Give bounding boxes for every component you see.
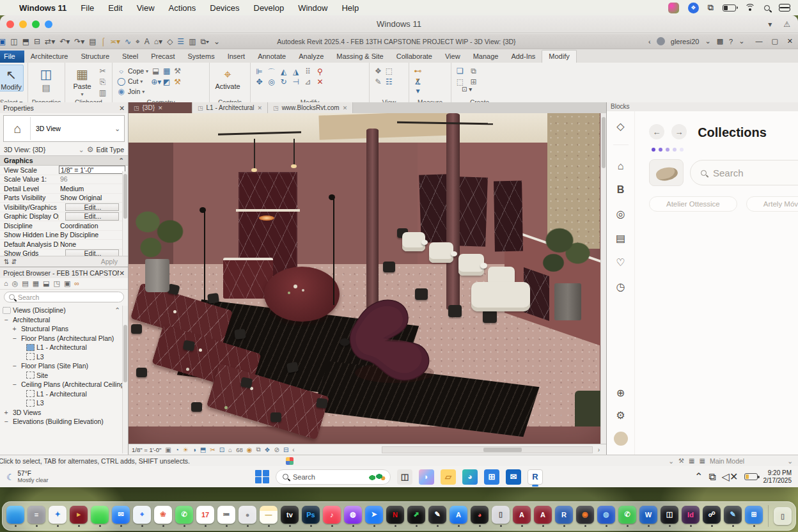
- type-properties-icon[interactable]: ▤: [42, 82, 51, 93]
- tray-battery-icon[interactable]: [744, 473, 758, 480]
- indesign[interactable]: Id: [681, 506, 700, 527]
- photos[interactable]: ❀: [153, 506, 173, 527]
- podcasts[interactable]: ◍: [343, 506, 363, 527]
- scroll-left-icon[interactable]: ‹: [292, 446, 294, 453]
- sun-path-icon[interactable]: ☀: [183, 446, 189, 453]
- vm-alert-icon[interactable]: ⚠: [783, 20, 790, 29]
- pagination-dot[interactable]: [659, 148, 662, 152]
- delete-icon[interactable]: ✕: [315, 77, 325, 87]
- revit-taskbar-icon[interactable]: R: [528, 469, 543, 485]
- taskbar-clock[interactable]: 9:20 PM 2/17/2025: [763, 469, 792, 485]
- revit[interactable]: R: [554, 506, 574, 527]
- control-center-icon[interactable]: [779, 4, 789, 12]
- property-value[interactable]: Edit...: [65, 203, 119, 212]
- properties-scrollbar[interactable]: [122, 171, 128, 256]
- measure-along-icon[interactable]: ∡ ▾: [413, 77, 423, 88]
- mirror-axis-icon[interactable]: ◭: [279, 67, 288, 77]
- paste-button[interactable]: ▦ Paste▾: [69, 65, 95, 97]
- ribbon-tab[interactable]: Architecture: [24, 51, 75, 63]
- pb-family-icon[interactable]: ◳: [53, 279, 59, 288]
- scroll-right-icon[interactable]: ›: [598, 446, 600, 453]
- tray-mute-icon[interactable]: ◁✕: [722, 471, 739, 483]
- modify-tool-button[interactable]: ↖ Modify: [0, 65, 24, 91]
- infuse[interactable]: ▸: [69, 506, 88, 527]
- capcut[interactable]: ◫: [660, 506, 679, 527]
- contacts[interactable]: ●: [238, 506, 257, 527]
- demolish-icon[interactable]: ⚒: [173, 66, 182, 77]
- apple-tv[interactable]: tv: [280, 506, 299, 527]
- ribbon-tab[interactable]: Collaborate: [390, 51, 439, 63]
- move-icon[interactable]: ✥: [254, 77, 264, 87]
- pagination-dot[interactable]: [680, 148, 684, 152]
- vertical-scrollbar[interactable]: [600, 113, 606, 444]
- view-tab-close-icon[interactable]: ✕: [158, 105, 163, 111]
- windows-vm[interactable]: ⊞: [744, 506, 763, 527]
- settings-gear-icon[interactable]: ⚙: [616, 409, 625, 421]
- hide-icon[interactable]: ⬚: [384, 66, 394, 77]
- tree-item[interactable]: Site: [3, 371, 128, 380]
- menubar-menu[interactable]: View: [137, 3, 155, 13]
- properties-button[interactable]: ◫ ▤: [32, 65, 60, 93]
- pencil-app[interactable]: ✎: [428, 506, 447, 527]
- sort-descending-icon[interactable]: ⇵: [12, 258, 17, 265]
- calculator[interactable]: =: [27, 506, 46, 527]
- type-selector[interactable]: ⌂ 3D View ⌄: [3, 115, 125, 142]
- blocks-avatar[interactable]: [614, 432, 628, 446]
- pb-table-icon[interactable]: ▦: [33, 279, 39, 288]
- whatsapp[interactable]: ✆: [618, 506, 637, 527]
- trim-icon[interactable]: ⊣: [291, 77, 301, 87]
- rotate-icon[interactable]: ↻: [279, 77, 288, 87]
- browser-sphere[interactable]: ◍: [597, 506, 616, 527]
- cut-profile-icon[interactable]: ✎: [373, 77, 383, 88]
- vm-titlebar[interactable]: Windows 11 ▾ ⚠: [0, 15, 798, 33]
- ribbon-tab[interactable]: Manage: [467, 51, 505, 63]
- account-avatar[interactable]: [657, 37, 665, 45]
- messages[interactable]: [90, 506, 109, 527]
- photoshop[interactable]: Ps: [301, 506, 320, 527]
- override-icon[interactable]: ☷: [384, 77, 394, 88]
- type-selector-dropdown-icon[interactable]: ⌄: [114, 125, 124, 132]
- taskbar-weather-widget[interactable]: ☾ 57°F Mostly clear: [0, 471, 121, 483]
- blocks-logo-icon[interactable]: B: [617, 184, 625, 196]
- beam-coping-icon[interactable]: ⬓: [151, 66, 160, 77]
- offset-icon[interactable]: ⌒: [267, 67, 276, 77]
- tree-item[interactable]: − Floor Plans (Architectural Plan): [3, 334, 128, 343]
- menubar-menu[interactable]: Help: [341, 3, 359, 13]
- back-arrow-icon[interactable]: ←: [649, 124, 664, 139]
- ribbon-tab[interactable]: Add-Ins: [505, 51, 542, 63]
- split-face-icon[interactable]: ◩: [162, 77, 171, 88]
- ribbon-tab[interactable]: Steel: [116, 51, 145, 63]
- apply-button[interactable]: Apply: [95, 258, 124, 265]
- pb-home-icon[interactable]: ⌂: [4, 279, 8, 288]
- sort-ascending-icon[interactable]: ⇅: [4, 258, 10, 265]
- mail[interactable]: ✉: [111, 506, 130, 527]
- array-icon[interactable]: ⠿: [303, 67, 313, 77]
- materials-icon[interactable]: ◎: [616, 208, 625, 220]
- status-expand-icon[interactable]: ⌄: [787, 457, 793, 465]
- app-store[interactable]: A: [449, 506, 468, 527]
- display-menu-icon[interactable]: ⧉: [708, 3, 714, 13]
- pb-sheet-icon[interactable]: ⬓: [43, 279, 49, 288]
- pagination-dot[interactable]: [652, 148, 655, 152]
- search-back-icon[interactable]: ‹: [648, 38, 651, 45]
- collection-chip[interactable]: Atelier Ottessice: [649, 196, 737, 212]
- edge-icon[interactable]: ◕: [462, 469, 478, 485]
- crop-view-icon[interactable]: ✂: [210, 446, 215, 453]
- revit-maximize-button[interactable]: ▢: [771, 37, 778, 45]
- mirror-draw-icon[interactable]: ◮: [291, 67, 301, 77]
- stocks[interactable]: ⬈: [407, 506, 426, 527]
- parallels-icon[interactable]: ❖: [688, 3, 699, 13]
- vm-dropdown-icon[interactable]: ▾: [768, 20, 772, 29]
- forward-arrow-icon[interactable]: →: [671, 124, 687, 139]
- wall-joins-icon[interactable]: ▦: [162, 66, 171, 77]
- copy-modify-icon[interactable]: ◎: [267, 77, 276, 87]
- app-store-basket-icon[interactable]: ▩: [717, 37, 723, 45]
- displacement-icon[interactable]: ❖: [265, 446, 270, 453]
- netflix[interactable]: N: [386, 506, 405, 527]
- join-button[interactable]: ◉Join▾: [116, 87, 148, 96]
- project-browser-close-icon[interactable]: ✕: [119, 269, 125, 277]
- activate-controls-button[interactable]: ⌖ Activate: [214, 65, 242, 90]
- ribbon-tab[interactable]: File: [0, 51, 24, 63]
- menubar-menu[interactable]: Edit: [108, 3, 122, 13]
- testflight[interactable]: ➤: [364, 506, 384, 527]
